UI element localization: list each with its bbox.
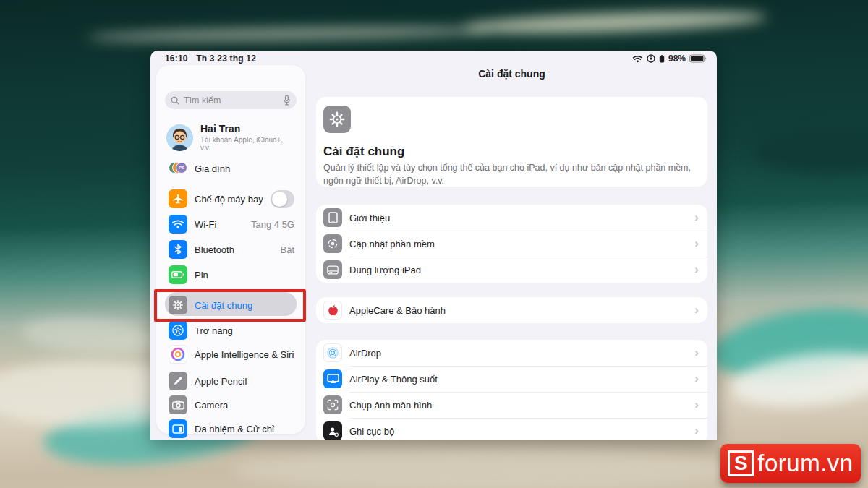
bluetooth-icon bbox=[169, 240, 187, 259]
sforum-watermark: S forum.vn bbox=[720, 444, 861, 483]
airplane-icon bbox=[169, 189, 187, 208]
row-applecare[interactable]: AppleCare & Bảo hành › bbox=[316, 297, 707, 323]
annotation-highlight-box bbox=[154, 289, 306, 322]
wifi-network-value: Tang 4 5G bbox=[251, 219, 294, 230]
status-bar: 16:10 Th 3 23 thg 12 98% bbox=[150, 51, 717, 67]
chevron-right-icon: › bbox=[694, 304, 699, 316]
family-avatars-icon: D PS bbox=[169, 162, 187, 175]
camera-icon bbox=[169, 395, 187, 414]
airplay-icon bbox=[323, 369, 342, 388]
row-ipad-storage[interactable]: Dung lượng iPad › bbox=[316, 257, 707, 283]
rotation-lock-icon bbox=[647, 54, 655, 63]
apple-intelligence-icon bbox=[169, 345, 187, 364]
sidebar-item-airplane-mode: Chế độ máy bay bbox=[169, 187, 294, 210]
chevron-right-icon: › bbox=[694, 237, 699, 249]
row-software-update[interactable]: Cập nhật phần mềm › bbox=[316, 231, 707, 257]
wifi-status-icon bbox=[632, 55, 643, 63]
pencil-icon bbox=[169, 372, 187, 390]
settings-sidebar: Tìm kiếm Hai Tran Tài khoản Apple, iClou… bbox=[156, 65, 305, 434]
accessibility-icon bbox=[169, 321, 187, 340]
ipad-settings-screenshot: 16:10 Th 3 23 thg 12 98% Tìm kiếm bbox=[150, 51, 717, 440]
nav-title: Cài đặt chung bbox=[316, 68, 707, 80]
sforum-logo-icon: S bbox=[728, 450, 754, 476]
search-placeholder: Tìm kiếm bbox=[184, 95, 278, 106]
sidebar-item-family[interactable]: D PS Gia đình bbox=[169, 157, 294, 180]
general-group-2: AppleCare & Bảo hành › bbox=[316, 297, 707, 323]
sidebar-item-camera[interactable]: Camera bbox=[169, 393, 294, 416]
battery-percent: 98% bbox=[668, 53, 686, 64]
sidebar-item-apple-pencil[interactable]: Apple Pencil bbox=[169, 369, 294, 393]
sidebar-item-label: Pin bbox=[195, 270, 294, 281]
battery-icon bbox=[169, 265, 187, 284]
profile-subtitle: Tài khoản Apple, iCloud+, v.v. bbox=[200, 136, 295, 152]
chevron-right-icon: › bbox=[694, 263, 699, 275]
chevron-right-icon: › bbox=[694, 211, 699, 223]
chevron-right-icon: › bbox=[694, 372, 699, 385]
row-airplay-continuity[interactable]: AirPlay & Thông suốt › bbox=[316, 366, 707, 392]
chevron-right-icon: › bbox=[694, 398, 699, 411]
screenshot-icon bbox=[323, 395, 342, 414]
sidebar-item-label: Apple Intelligence & Siri bbox=[195, 349, 294, 360]
sidebar-item-multitasking[interactable]: Đa nhiệm & Cử chỉ bbox=[169, 417, 294, 440]
wave-foam bbox=[20, 313, 160, 359]
row-about[interactable]: Giới thiệu › bbox=[316, 205, 707, 231]
software-update-icon bbox=[323, 234, 342, 253]
sidebar-item-label: Wi-Fi bbox=[195, 219, 244, 230]
sidebar-item-label: Camera bbox=[195, 400, 294, 411]
apple-account-row[interactable]: Hai Tran Tài khoản Apple, iCloud+, v.v. bbox=[166, 121, 295, 153]
sidebar-item-apple-intelligence-siri[interactable]: Apple Intelligence & Siri bbox=[169, 343, 294, 366]
apple-logo-icon bbox=[323, 301, 342, 320]
battery-icon bbox=[689, 54, 707, 63]
airplane-mode-toggle[interactable] bbox=[271, 190, 294, 208]
multitasking-icon bbox=[169, 419, 187, 438]
row-local-capture[interactable]: Ghi cục bộ › bbox=[316, 418, 707, 440]
battery-small-icon bbox=[659, 55, 665, 63]
wave-foam bbox=[87, 24, 492, 44]
wifi-icon bbox=[169, 215, 187, 234]
general-group-1: Giới thiệu › Cập nhật phần mềm › Dung lư… bbox=[316, 205, 707, 283]
hero-description: Quản lý thiết lập và tùy chọn tổng thể c… bbox=[323, 162, 697, 187]
sidebar-item-accessibility[interactable]: Trợ năng bbox=[169, 319, 294, 342]
hero-title: Cài đặt chung bbox=[323, 145, 697, 159]
chevron-right-icon: › bbox=[694, 424, 699, 437]
storage-icon bbox=[323, 260, 342, 279]
sidebar-item-label: Trợ năng bbox=[195, 325, 294, 336]
sand-foam bbox=[231, 448, 738, 488]
status-time: 16:10 bbox=[165, 53, 188, 64]
row-airdrop[interactable]: AirDrop › bbox=[316, 340, 707, 366]
row-screenshot[interactable]: Chụp ảnh màn hình › bbox=[316, 392, 707, 418]
chevron-right-icon: › bbox=[694, 346, 699, 359]
airdrop-icon bbox=[323, 343, 342, 362]
gear-icon bbox=[323, 106, 351, 133]
sidebar-item-label: Đa nhiệm & Cử chỉ bbox=[195, 424, 294, 435]
local-capture-icon bbox=[323, 421, 342, 440]
dictation-mic-icon[interactable] bbox=[283, 95, 291, 106]
general-group-3: AirDrop › AirPlay & Thông suốt › Chụp ản… bbox=[316, 340, 707, 440]
sidebar-item-battery[interactable]: Pin bbox=[169, 263, 294, 286]
ipad-icon bbox=[323, 208, 342, 227]
sidebar-item-label: Apple Pencil bbox=[195, 376, 294, 387]
wave-foam bbox=[463, 8, 767, 38]
avatar bbox=[166, 124, 193, 151]
profile-name: Hai Tran bbox=[200, 123, 295, 136]
sidebar-item-label: Bluetooth bbox=[195, 244, 273, 255]
sidebar-item-label: Gia đình bbox=[195, 163, 294, 174]
dark-water bbox=[752, 130, 868, 174]
general-hero-card: Cài đặt chung Quản lý thiết lập và tùy c… bbox=[316, 97, 707, 187]
sforum-text: forum.vn bbox=[757, 450, 853, 477]
status-date: Th 3 23 thg 12 bbox=[196, 53, 256, 64]
sidebar-item-wifi[interactable]: Wi-Fi Tang 4 5G bbox=[169, 213, 294, 236]
bluetooth-value: Bật bbox=[280, 244, 294, 255]
search-input[interactable]: Tìm kiếm bbox=[165, 91, 297, 109]
search-icon bbox=[171, 96, 179, 105]
sidebar-item-bluetooth[interactable]: Bluetooth Bật bbox=[169, 238, 294, 261]
sidebar-item-label: Chế độ máy bay bbox=[195, 194, 263, 205]
